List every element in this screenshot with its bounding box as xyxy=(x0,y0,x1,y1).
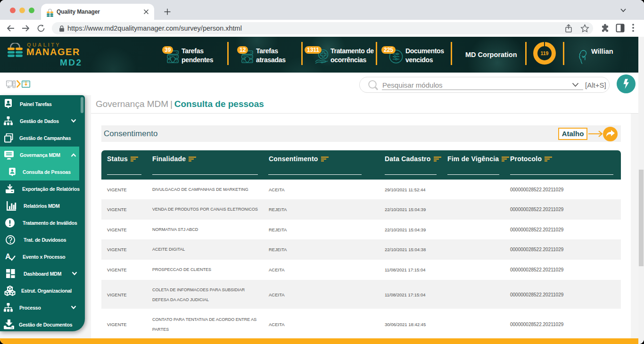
svg-text:A: A xyxy=(5,253,11,261)
